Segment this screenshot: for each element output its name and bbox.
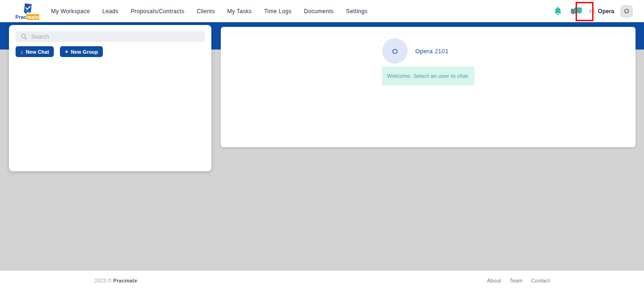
search-input[interactable] bbox=[31, 33, 201, 40]
new-group-button[interactable]: + New Group bbox=[60, 46, 103, 57]
nav-item-leads[interactable]: Leads bbox=[96, 8, 125, 15]
welcome-message-box: Welcome, Select an user to chat. bbox=[382, 66, 475, 85]
user-greeting: Hi, Opera bbox=[589, 8, 614, 15]
copyright-text: 2023 ©Pracmate bbox=[94, 278, 137, 283]
brand-wordmark: Pracmate bbox=[16, 15, 40, 20]
down-arrow-icon: ↓ bbox=[20, 49, 24, 55]
chat-user-avatar: O bbox=[382, 38, 408, 64]
chat-actions-row: ↓ New Chat + New Group bbox=[16, 46, 205, 57]
chat-search-box bbox=[16, 31, 205, 42]
chat-user-block: O Opera 2101 bbox=[382, 38, 449, 64]
nav-item-documents[interactable]: Documents bbox=[298, 8, 340, 15]
footer-link-contact[interactable]: Contact bbox=[531, 278, 550, 283]
footer-link-about[interactable]: About bbox=[487, 278, 501, 283]
welcome-message-text: Welcome, Select an user to chat. bbox=[387, 73, 469, 79]
main-nav: My Workspace Leads Proposals/Contracts C… bbox=[45, 8, 374, 15]
chat-bubbles-icon[interactable] bbox=[570, 5, 583, 17]
chat-welcome-panel: O Opera 2101 Welcome, Select an user to … bbox=[221, 27, 636, 147]
page-footer: 2023 ©Pracmate About Team Contact bbox=[0, 271, 644, 290]
user-avatar-button[interactable]: O bbox=[620, 5, 633, 17]
nav-item-clients[interactable]: Clients bbox=[191, 8, 221, 15]
new-chat-button[interactable]: ↓ New Chat bbox=[16, 46, 54, 57]
chat-panel-header bbox=[221, 27, 636, 34]
chat-list-panel: ↓ New Chat + New Group bbox=[9, 25, 211, 171]
search-icon bbox=[21, 33, 27, 40]
brand-logo[interactable]: Pracmate bbox=[16, 3, 39, 20]
nav-item-my-workspace[interactable]: My Workspace bbox=[45, 8, 96, 15]
plus-icon: + bbox=[65, 49, 68, 55]
header-right-cluster: Hi, Opera O bbox=[552, 5, 644, 17]
nav-item-proposals-contracts[interactable]: Proposals/Contracts bbox=[125, 8, 191, 15]
footer-links: About Team Contact bbox=[478, 278, 550, 283]
footer-link-team[interactable]: Team bbox=[510, 278, 523, 283]
nav-item-settings[interactable]: Settings bbox=[340, 8, 374, 15]
top-header: Pracmate My Workspace Leads Proposals/Co… bbox=[0, 0, 644, 22]
nav-item-my-tasks[interactable]: My Tasks bbox=[221, 8, 258, 15]
chat-user-name: Opera 2101 bbox=[415, 48, 449, 55]
notification-bell-icon[interactable] bbox=[552, 5, 564, 17]
pracmate-app: Pracmate My Workspace Leads Proposals/Co… bbox=[0, 0, 644, 290]
nav-item-time-logs[interactable]: Time Logs bbox=[258, 8, 298, 15]
pracmate-document-icon bbox=[22, 3, 33, 15]
